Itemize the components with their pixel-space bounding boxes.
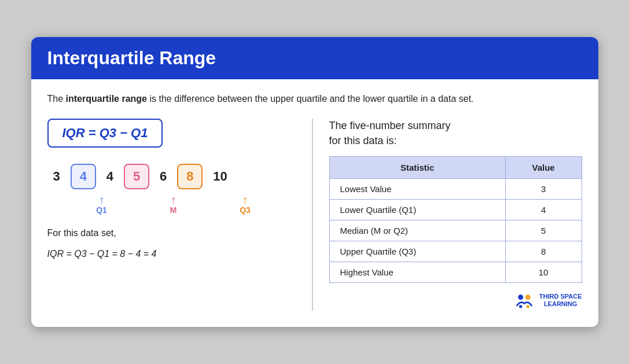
- col-header-statistic: Statistic: [329, 156, 505, 178]
- main-area: IQR = Q3 − Q1 3 4 4 5 6 8 10: [47, 119, 582, 310]
- formula-text: IQR = Q3 − Q1: [62, 126, 148, 140]
- left-column: IQR = Q3 − Q1 3 4 4 5 6 8 10: [47, 119, 313, 310]
- cell-value-2: 5: [505, 220, 582, 241]
- num-10: 10: [213, 169, 227, 184]
- cell-statistic-1: Lower Quartile (Q1): [329, 199, 505, 220]
- page-title: Interquartile Range: [47, 47, 582, 69]
- table-row: Median (M or Q2)5: [329, 220, 582, 241]
- intro-suffix: is the difference between the upper quar…: [147, 94, 474, 104]
- table-row: Lower Quartile (Q1)4: [329, 199, 582, 220]
- cell-value-0: 3: [505, 178, 582, 199]
- q1-text: Q1: [96, 205, 107, 215]
- cell-statistic-0: Lowest Value: [329, 178, 505, 199]
- cell-value-4: 10: [505, 262, 582, 282]
- intro-bold: interquartile range: [66, 94, 147, 104]
- number-line: 3 4 4 5 6 8 10: [47, 164, 300, 189]
- stats-table: Statistic Value Lowest Value3Lower Quart…: [329, 156, 582, 283]
- card: Interquartile Range The interquartile ra…: [31, 37, 598, 326]
- cell-statistic-2: Median (M or Q2): [329, 220, 505, 241]
- m-text: M: [170, 205, 177, 215]
- m-label: ↑ M: [161, 194, 186, 215]
- svg-point-2: [519, 305, 522, 308]
- five-number-title: The five-number summaryfor this data is:: [329, 119, 582, 148]
- q3-text: Q3: [240, 205, 251, 215]
- table-header: Statistic Value: [329, 156, 582, 178]
- cell-statistic-4: Highest Value: [329, 262, 505, 282]
- logo-area: THIRD SPACE LEARNING: [329, 290, 582, 311]
- m-arrow: ↑: [171, 194, 176, 205]
- intro-prefix: The: [47, 94, 66, 104]
- q3-label: ↑ Q3: [233, 194, 258, 215]
- cell-value-1: 4: [505, 199, 582, 220]
- num-q1: 4: [71, 164, 96, 189]
- num-6: 6: [160, 169, 167, 184]
- result-line2: IQR = Q3 − Q1 = 8 − 4 = 4: [47, 246, 300, 262]
- logo-line2: LEARNING: [539, 300, 582, 308]
- q1-label: ↑ Q1: [89, 194, 115, 215]
- q1-arrow: ↑: [99, 194, 105, 205]
- content: The interquartile range is the differenc…: [31, 79, 598, 326]
- num-q3: 8: [177, 164, 203, 189]
- result-line1: For this data set,: [47, 225, 300, 241]
- formula-box: IQR = Q3 − Q1: [47, 119, 163, 148]
- logo-icon: [514, 290, 535, 311]
- table-body: Lowest Value3Lower Quartile (Q1)4Median …: [329, 178, 582, 282]
- num-4: 4: [106, 169, 113, 184]
- cell-value-3: 8: [505, 241, 582, 262]
- cell-statistic-3: Upper Quartile (Q3): [329, 241, 505, 262]
- intro-text: The interquartile range is the differenc…: [47, 92, 582, 106]
- svg-point-0: [518, 295, 523, 300]
- q3-arrow: ↑: [242, 194, 248, 205]
- logo-line1: THIRD SPACE: [539, 293, 582, 300]
- arrows-row: ↑ Q1 ↑ M ↑ Q3: [47, 194, 300, 215]
- header-row: Statistic Value: [329, 156, 582, 178]
- col-header-value: Value: [505, 156, 582, 178]
- num-3: 3: [53, 169, 60, 184]
- header: Interquartile Range: [31, 37, 598, 79]
- svg-point-3: [526, 305, 529, 308]
- table-row: Upper Quartile (Q3)8: [329, 241, 582, 262]
- logo-text: THIRD SPACE LEARNING: [539, 293, 582, 308]
- svg-point-1: [525, 295, 531, 300]
- table-row: Highest Value10: [329, 262, 582, 282]
- num-m: 5: [124, 164, 149, 189]
- table-row: Lowest Value3: [329, 178, 582, 199]
- right-column: The five-number summaryfor this data is:…: [313, 119, 582, 310]
